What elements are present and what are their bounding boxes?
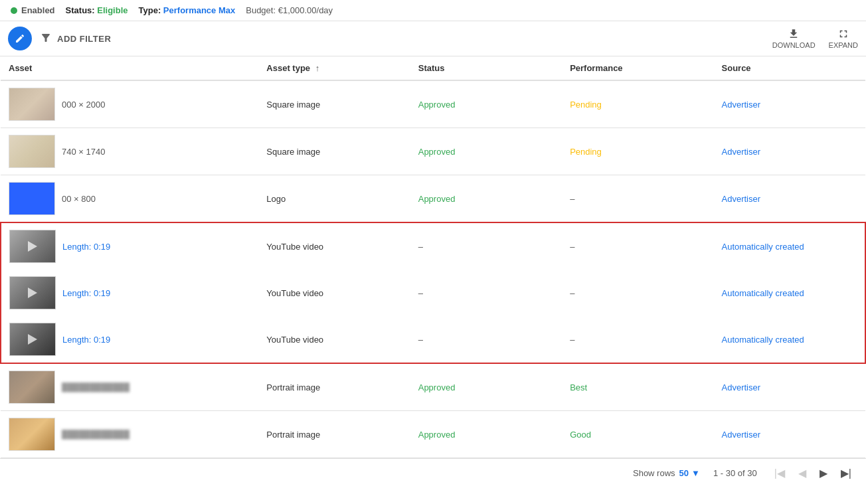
download-label: DOWNLOAD [772, 41, 816, 49]
toolbar: ADD FILTER DOWNLOAD EXPAND [0, 21, 866, 56]
table-row: ████████████ Portrait image Approved Bes… [1, 363, 865, 411]
chevron-down-icon: ▼ [691, 468, 700, 478]
source-cell: Automatically created [714, 270, 865, 316]
status-cell: – [410, 222, 562, 270]
performance-cell: – [562, 270, 713, 316]
performance-cell: – [562, 222, 713, 270]
asset-cell: ████████████ [1, 363, 258, 411]
rows-count-select[interactable]: 50 ▼ [679, 468, 700, 478]
col-header-asset: Asset [1, 56, 258, 80]
first-page-button[interactable]: |◀ [770, 465, 789, 481]
asset-dimensions: 00 × 800 [62, 194, 96, 204]
source-cell: Advertiser [714, 411, 865, 458]
asset-label: Length: 0:19 [62, 335, 110, 345]
table-row: 000 × 2000 Square image Approved Pending… [1, 80, 865, 128]
download-action[interactable]: DOWNLOAD [772, 28, 816, 49]
asset-thumbnail-video [9, 276, 56, 309]
asset-thumbnail-blue [9, 182, 55, 215]
asset-type-cell: YouTube video [258, 270, 410, 316]
asset-cell: Length: 0:19 [1, 316, 258, 363]
asset-cell: 00 × 800 [1, 175, 258, 223]
asset-type-cell: YouTube video [258, 222, 410, 270]
asset-type-cell: Portrait image [258, 411, 410, 458]
performance-cell: – [562, 175, 713, 223]
asset-cell: 740 × 1740 [1, 128, 258, 175]
asset-dimensions: 000 × 2000 [62, 100, 105, 110]
source-cell: Advertiser [714, 175, 865, 223]
next-page-button[interactable]: ▶ [816, 465, 831, 481]
asset-type-cell: Square image [258, 128, 410, 175]
add-filter-button[interactable]: ADD FILTER [57, 34, 111, 44]
asset-label: Length: 0:19 [62, 288, 110, 298]
filter-icon [40, 32, 52, 46]
status-cell: – [410, 316, 562, 363]
status-cell: – [410, 270, 562, 316]
table-row: 740 × 1740 Square image Approved Pending… [1, 128, 865, 175]
table-row: Length: 0:19 YouTube video – – Automatic… [1, 222, 865, 270]
asset-label-blurred: ████████████ [62, 430, 130, 439]
table-row: Length: 0:19 YouTube video – – Automatic… [1, 316, 865, 363]
status-cell: Approved [410, 128, 562, 175]
asset-cell: Length: 0:19 [1, 222, 258, 270]
asset-cell: 000 × 2000 [1, 80, 258, 128]
source-cell: Automatically created [714, 222, 865, 270]
asset-thumbnail-video [9, 230, 56, 263]
performance-cell: Pending [562, 128, 713, 175]
asset-dimensions: 740 × 1740 [62, 147, 105, 157]
asset-type-cell: Logo [258, 175, 410, 223]
asset-thumbnail [9, 418, 55, 451]
performance-cell: Good [562, 411, 713, 458]
col-header-status: Status [410, 56, 562, 80]
last-page-button[interactable]: ▶| [837, 465, 855, 481]
pagination-info: 1 - 30 of 30 [713, 468, 757, 478]
table-container: Asset Asset type ↑ Status Performance So… [0, 56, 866, 458]
expand-action[interactable]: EXPAND [829, 28, 858, 49]
asset-type-cell: Square image [258, 80, 410, 128]
status-cell: Approved [410, 411, 562, 458]
performance-cell: Pending [562, 80, 713, 128]
show-rows: Show rows 50 ▼ [633, 468, 700, 478]
asset-thumbnail [9, 88, 55, 121]
asset-thumbnail [9, 135, 55, 168]
budget-label: Budget: €1,000.00/day [246, 5, 333, 15]
edit-button[interactable] [8, 27, 32, 50]
asset-type-cell: Portrait image [258, 363, 410, 411]
enabled-label: Enabled [21, 5, 55, 15]
asset-type-cell: YouTube video [258, 316, 410, 363]
source-cell: Automatically created [714, 316, 865, 363]
table-header-row: Asset Asset type ↑ Status Performance So… [1, 56, 865, 80]
assets-table: Asset Asset type ↑ Status Performance So… [0, 56, 866, 458]
source-cell: Advertiser [714, 363, 865, 411]
rows-count-value: 50 [679, 468, 689, 478]
status-cell: Approved [410, 363, 562, 411]
show-rows-label: Show rows [633, 468, 675, 478]
col-header-source: Source [714, 56, 865, 80]
asset-label-blurred: ████████████ [62, 382, 130, 392]
asset-thumbnail [9, 371, 55, 404]
performance-cell: – [562, 316, 713, 363]
table-row: ████████████ Portrait image Approved Goo… [1, 411, 865, 458]
col-header-performance: Performance [562, 56, 713, 80]
source-cell: Advertiser [714, 80, 865, 128]
table-footer: Show rows 50 ▼ 1 - 30 of 30 |◀ ◀ ▶ ▶| [0, 458, 866, 487]
enabled-dot [11, 7, 17, 14]
source-cell: Advertiser [714, 128, 865, 175]
status-cell: Approved [410, 175, 562, 223]
type-label: Type: Performance Max [139, 5, 236, 15]
status-cell: Approved [410, 80, 562, 128]
expand-label: EXPAND [829, 41, 858, 49]
table-row: Length: 0:19 YouTube video – – Automatic… [1, 270, 865, 316]
status-label: Status: Eligible [66, 5, 128, 15]
asset-label: Length: 0:19 [62, 242, 110, 252]
asset-thumbnail-video [9, 323, 56, 356]
pagination-nav: |◀ ◀ ▶ ▶| [770, 465, 855, 481]
sort-arrow-icon: ↑ [315, 63, 320, 73]
asset-cell: ████████████ [1, 411, 258, 458]
performance-cell: Best [562, 363, 713, 411]
prev-page-button[interactable]: ◀ [794, 465, 810, 481]
toolbar-right: DOWNLOAD EXPAND [772, 28, 858, 49]
col-header-asset-type[interactable]: Asset type ↑ [258, 56, 410, 80]
asset-cell: Length: 0:19 [1, 270, 258, 316]
enabled-indicator: Enabled [11, 5, 55, 15]
table-row: 00 × 800 Logo Approved – Advertiser [1, 175, 865, 223]
